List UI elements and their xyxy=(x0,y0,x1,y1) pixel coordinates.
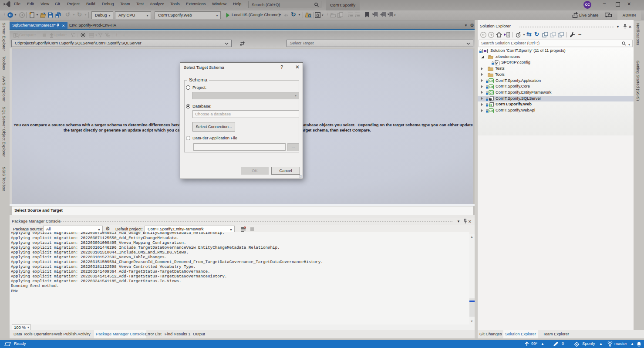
svg-text:C#: C# xyxy=(489,85,493,88)
svg-text:C#: C# xyxy=(489,91,493,94)
svg-text:C#: C# xyxy=(489,79,493,82)
svg-text:C#: C# xyxy=(489,109,493,112)
